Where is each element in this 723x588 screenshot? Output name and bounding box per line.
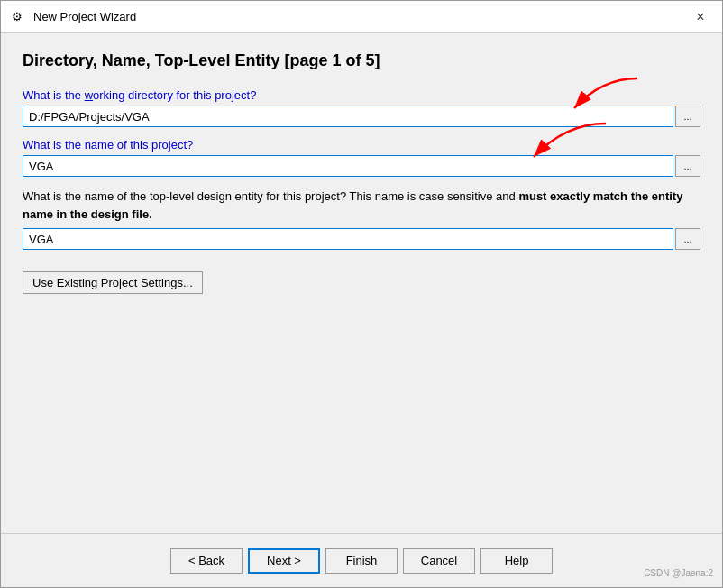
watermark: CSDN @Jaena:2 (644, 568, 713, 578)
top-level-description: What is the name of the top-level design… (23, 188, 700, 223)
finish-button[interactable]: Finish (325, 548, 398, 574)
project-name-label: What is the name of this project? (23, 138, 700, 152)
dialog-window: ⚙ New Project Wizard × Directory, Name, … (0, 0, 723, 588)
working-dir-browse[interactable]: ... (675, 106, 700, 127)
content-area: Directory, Name, Top-Level Entity [page … (1, 33, 722, 533)
top-level-browse[interactable]: ... (675, 228, 700, 250)
cancel-button[interactable]: Cancel (403, 548, 475, 574)
titlebar-left: ⚙ New Project Wizard (12, 10, 136, 24)
top-level-group: What is the name of the top-level design… (23, 188, 700, 250)
project-name-group: What is the name of this project? ... (23, 138, 700, 177)
page-title: Directory, Name, Top-Level Entity [page … (23, 51, 700, 70)
close-button[interactable]: × (690, 6, 711, 28)
titlebar: ⚙ New Project Wizard × (1, 1, 722, 33)
working-dir-label: What is the working directory for this p… (23, 88, 700, 102)
next-button[interactable]: Next > (248, 548, 320, 574)
titlebar-title: New Project Wizard (33, 10, 136, 23)
project-name-row: ... (23, 155, 700, 177)
project-name-browse[interactable]: ... (675, 155, 700, 177)
project-name-input[interactable] (23, 155, 673, 177)
working-dir-group: What is the working directory for this p… (23, 88, 700, 127)
back-button[interactable]: < Back (170, 548, 243, 574)
footer: < Back Next > Finish Cancel Help (1, 533, 722, 587)
top-level-input[interactable] (23, 228, 673, 250)
use-existing-button[interactable]: Use Existing Project Settings... (23, 271, 203, 294)
working-dir-input[interactable] (23, 106, 673, 127)
working-dir-row: ... (23, 106, 700, 127)
help-button[interactable]: Help (480, 548, 553, 574)
top-level-row: ... (23, 228, 700, 250)
wizard-icon: ⚙ (12, 10, 26, 24)
